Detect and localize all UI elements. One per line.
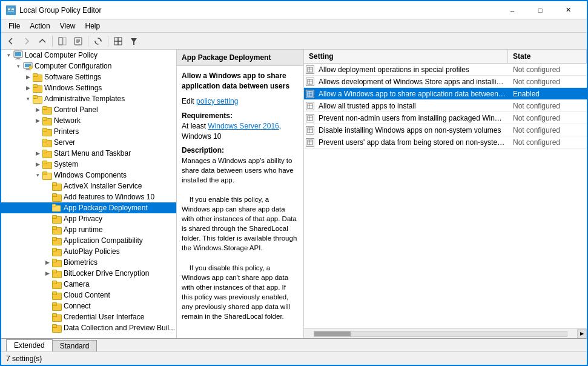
scrollbar-right-btn[interactable]: ▶	[577, 329, 587, 339]
maximize-button[interactable]: □	[526, 1, 554, 19]
expander-start-menu[interactable]: ▶	[33, 148, 42, 158]
expander-bitlocker[interactable]: ▶	[42, 268, 52, 278]
expander-app-privacy[interactable]: ▶	[42, 214, 52, 224]
tree-label-windows-components: Windows Components	[54, 171, 127, 179]
tree-item-app-runtime[interactable]: ▶ App runtime	[1, 224, 176, 235]
filter-icon	[130, 37, 138, 45]
expander-activex[interactable]: ▶	[42, 181, 52, 191]
desc-policy-link[interactable]: policy setting	[196, 97, 238, 105]
show-hide-icon	[58, 37, 67, 45]
tree-item-connect[interactable]: ▶ Connect	[1, 301, 176, 311]
tree-item-software-settings[interactable]: ▶ Software Settings	[1, 72, 176, 82]
expander-add-features[interactable]: ▶	[42, 192, 52, 202]
settings-row-3[interactable]: Allow all trusted apps to install Not co…	[304, 100, 587, 112]
folder-icon-biometrics	[52, 258, 62, 267]
forward-button[interactable]	[19, 35, 34, 48]
tree-item-computer-configuration[interactable]: ▾ Computer Configuration	[1, 61, 176, 72]
tree-item-activex[interactable]: ▶ ActiveX Installer Service	[1, 181, 176, 191]
back-button[interactable]	[4, 35, 18, 48]
tree-item-add-features[interactable]: ▶ Add features to Windows 10	[1, 191, 176, 202]
tree-item-windows-components[interactable]: ▾ Windows Components	[1, 170, 176, 181]
tree-item-app-package-deployment[interactable]: ▶ App Package Deployment	[1, 202, 176, 213]
tree-item-control-panel[interactable]: ▶ Control Panel	[1, 104, 176, 115]
expander-administrative-templates[interactable]: ▾	[23, 94, 33, 104]
close-button[interactable]: ✕	[554, 1, 582, 19]
svg-rect-13	[114, 41, 118, 45]
tree-label-bitlocker: BitLocker Drive Encryption	[64, 269, 149, 278]
state-value-2: Enabled	[508, 88, 587, 99]
expander-app-runtime[interactable]: ▶	[42, 225, 52, 235]
expander-software-settings[interactable]: ▶	[23, 72, 33, 82]
export-button[interactable]	[111, 35, 125, 48]
up-button[interactable]	[35, 35, 50, 48]
scrollbar-thumb[interactable]	[314, 331, 351, 336]
expander-connect[interactable]: ▶	[42, 301, 52, 311]
expander-control-panel[interactable]: ▶	[33, 105, 42, 115]
expander-cloud-content[interactable]: ▶	[42, 290, 52, 300]
settings-row-0[interactable]: Allow deployment operations in special p…	[304, 64, 587, 76]
tree-item-data-collection[interactable]: ▶ Data Collection and Preview Buil...	[1, 322, 176, 333]
settings-h-scrollbar[interactable]: ▶	[304, 328, 587, 338]
tree-item-printers[interactable]: ▶ Printers	[1, 126, 176, 137]
tree-item-network[interactable]: ▶ Network	[1, 115, 176, 126]
tree-item-start-menu[interactable]: ▶ Start Menu and Taskbar	[1, 148, 176, 159]
setting-icon-sq-0	[306, 65, 314, 74]
expander-windows-components[interactable]: ▾	[33, 170, 42, 180]
menu-file[interactable]: File	[4, 21, 25, 32]
expander-autoplay-policies[interactable]: ▶	[42, 247, 52, 256]
settings-row-6[interactable]: Prevent users' app data from being store…	[304, 136, 587, 148]
tree-item-biometrics[interactable]: ▶ Biometrics	[1, 257, 176, 268]
tree-item-credential-ui[interactable]: ▶ Credential User Interface	[1, 311, 176, 322]
tree-label-activex: ActiveX Installer Service	[64, 182, 142, 190]
tree-label-app-privacy: App Privacy	[64, 215, 102, 223]
expander-biometrics[interactable]: ▶	[42, 258, 52, 267]
svg-rect-12	[118, 38, 122, 41]
prop-button[interactable]	[71, 35, 85, 48]
desc-body: Allow a Windows app to share application…	[177, 66, 303, 326]
show-hide-button[interactable]	[55, 35, 70, 48]
tree-item-bitlocker[interactable]: ▶ BitLocker Drive Encryption	[1, 268, 176, 279]
export-icon	[114, 37, 122, 45]
expander-printers[interactable]: ▶	[33, 127, 42, 136]
toolbar-separator-3	[108, 36, 108, 47]
tree-item-cloud-content[interactable]: ▶ Cloud Content	[1, 290, 176, 301]
menu-help[interactable]: Help	[81, 21, 105, 32]
tree-item-server[interactable]: ▶ Server	[1, 137, 176, 148]
expander-data-collection[interactable]: ▶	[42, 323, 52, 333]
expander-windows-settings[interactable]: ▶	[23, 83, 33, 93]
menu-view[interactable]: View	[55, 21, 81, 32]
expander-server[interactable]: ▶	[33, 138, 42, 147]
settings-row-4[interactable]: Prevent non-admin users from installing …	[304, 112, 587, 124]
tree-item-administrative-templates[interactable]: ▾ Administrative Templates	[1, 93, 176, 104]
tree-item-camera[interactable]: ▶ Camera	[1, 279, 176, 290]
settings-row-1[interactable]: Allows development of Windows Store apps…	[304, 76, 587, 88]
expander-local-computer-policy[interactable]: ▾	[4, 50, 13, 60]
menu-action[interactable]: Action	[25, 21, 55, 32]
desc-server-link[interactable]: Windows Server 2016	[208, 122, 279, 130]
expander-credential-ui[interactable]: ▶	[42, 312, 52, 322]
policy-setting-icon-0	[307, 67, 313, 73]
tree-item-application-compatibility[interactable]: ▶ Application Compatibility	[1, 235, 176, 246]
tab-standard[interactable]: Standard	[52, 340, 97, 351]
settings-row-5[interactable]: Disable installing Windows apps on non-s…	[304, 124, 587, 136]
expander-computer-configuration[interactable]: ▾	[13, 61, 23, 71]
expander-application-compatibility[interactable]: ▶	[42, 236, 52, 245]
open-folder-icon	[52, 204, 62, 212]
tree-item-autoplay-policies[interactable]: ▶ AutoPlay Policies	[1, 246, 176, 257]
expander-system[interactable]: ▶	[33, 159, 42, 169]
status-text: 7 setting(s)	[6, 354, 42, 363]
tree-label-system: System	[54, 160, 78, 168]
scrollbar-track[interactable]	[314, 331, 567, 337]
tree-item-windows-settings[interactable]: ▶ Windows Settings	[1, 82, 176, 93]
filter-button[interactable]	[127, 35, 141, 48]
expander-camera[interactable]: ▶	[42, 279, 52, 289]
expander-network[interactable]: ▶	[33, 116, 42, 125]
tree-item-system[interactable]: ▶ System	[1, 159, 176, 170]
refresh-button[interactable]	[91, 35, 105, 48]
tab-extended[interactable]: Extended	[6, 339, 53, 351]
tree-item-app-privacy[interactable]: ▶ App Privacy	[1, 213, 176, 224]
expander-app-package-deployment[interactable]: ▶	[42, 203, 52, 213]
minimize-button[interactable]: –	[498, 1, 526, 19]
settings-row-2[interactable]: Allow a Windows app to share application…	[304, 88, 587, 100]
tree-item-local-computer-policy[interactable]: ▾ Local Computer Policy	[1, 50, 176, 61]
